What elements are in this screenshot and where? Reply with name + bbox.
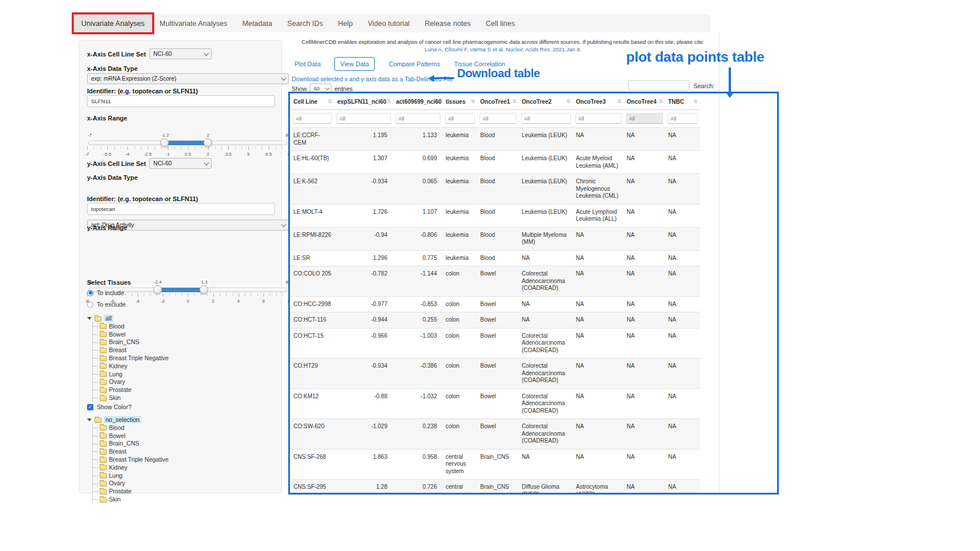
- cell-expslfn11-nci60: -0.88: [334, 388, 393, 419]
- folder-icon: [100, 473, 107, 478]
- tree-node-label: Ovary: [109, 480, 125, 486]
- nav-tab-multivariate-analyses[interactable]: Multivariate Analyses: [152, 14, 235, 32]
- tree-expander-icon[interactable]: [87, 317, 92, 320]
- nav-tab-univariate-analyses[interactable]: Univariate Analyses: [74, 14, 152, 32]
- tree-node-ovary[interactable]: Ovary: [93, 378, 274, 386]
- slider-handle-low[interactable]: [153, 285, 162, 294]
- slider-tick: [141, 146, 141, 149]
- folder-icon: [100, 340, 107, 345]
- tree-root-label: all: [104, 315, 114, 322]
- tree-node-all[interactable]: all: [87, 314, 274, 322]
- y-identifier-input[interactable]: [87, 203, 275, 215]
- y-cell-line-set-select[interactable]: NCI-60: [149, 158, 212, 169]
- folder-icon: [100, 441, 107, 447]
- folder-icon: [95, 316, 101, 322]
- tree-expander-icon[interactable]: [87, 418, 92, 421]
- page-length-select[interactable]: 60: [310, 84, 331, 94]
- x-identifier-input[interactable]: [87, 95, 275, 107]
- tree-node-lung[interactable]: Lung: [93, 370, 274, 378]
- slider-tick-label: -5.5: [103, 152, 111, 157]
- column-header-oncotree4[interactable]: ⇅OncoTree4: [624, 93, 665, 110]
- tree-node-breast[interactable]: Breast: [93, 346, 274, 354]
- tree-node-skin[interactable]: Skin: [93, 394, 274, 402]
- nav-tab-video-tutorial[interactable]: Video tutorial: [360, 14, 417, 32]
- view-tab-plot-data[interactable]: Plot Data: [295, 61, 321, 67]
- cell-tissues: leukemia: [443, 250, 477, 266]
- tissue-tree: allBloodBowelBrain_CNSBreastBreast Tripl…: [87, 314, 274, 402]
- tree-node-no-selection[interactable]: no_selection: [87, 416, 274, 424]
- tree-node-breast-triple-negative[interactable]: Breast Triple Negative: [93, 354, 274, 362]
- tree-node-lung[interactable]: Lung: [93, 471, 274, 480]
- view-tab-compare-patterns[interactable]: Compare Patterns: [389, 61, 440, 67]
- cell-tissues: colon: [443, 358, 477, 389]
- table-search-input[interactable]: [628, 80, 689, 90]
- column-filter-cell-line[interactable]: [293, 113, 332, 124]
- tissues-include-label: To include: [97, 289, 124, 296]
- tree-node-blood[interactable]: Blood: [93, 424, 274, 432]
- cell-tnbc: NA: [665, 312, 700, 329]
- tree-node-brain-cns[interactable]: Brain_CNS: [93, 338, 274, 346]
- cell-expslfn11-nci60: 1.28: [334, 480, 393, 494]
- column-header-oncotree2[interactable]: ⇅OncoTree2: [519, 93, 573, 110]
- nav-tab-search-ids[interactable]: Search IDs: [280, 14, 330, 32]
- column-header-tnbc[interactable]: ⇅TNBC: [665, 93, 700, 110]
- tree-node-bowel[interactable]: Bowel: [93, 432, 274, 440]
- column-filter-tissues[interactable]: [445, 113, 475, 124]
- tree-node-prostate[interactable]: Prostate: [93, 487, 274, 495]
- tree-node-label: Lung: [109, 472, 122, 479]
- chevron-down-icon: [204, 160, 209, 165]
- tree-node-kidney[interactable]: Kidney: [93, 362, 274, 370]
- column-header-oncotree1[interactable]: ⇅OncoTree1: [477, 93, 519, 110]
- column-header-cell-line[interactable]: ⇅Cell Line: [291, 93, 334, 110]
- slider-tick: [221, 146, 222, 149]
- tree-node-breast-triple-negative[interactable]: Breast Triple Negative: [93, 455, 274, 463]
- chevron-down-icon: [281, 76, 286, 80]
- table-row-le-rpmi-8226: LE:RPMI-8226-0.94-0.806leukemiaBloodMult…: [291, 227, 700, 250]
- column-header-tissues[interactable]: ⇅tissues: [443, 93, 477, 110]
- cell-expslfn11-nci60: -0.977: [334, 296, 393, 312]
- column-header-oncotree3[interactable]: ⇅OncoTree3: [573, 93, 624, 110]
- slider-handle-low[interactable]: [160, 138, 169, 147]
- column-filter-tnbc[interactable]: [668, 113, 698, 124]
- cell-cell-line: CO:SW-620: [291, 419, 334, 450]
- nav-tab-release-notes[interactable]: Release notes: [417, 14, 478, 32]
- tree-node-breast[interactable]: Breast: [93, 447, 274, 455]
- x-cell-line-set-select[interactable]: NCI-60: [149, 48, 212, 59]
- column-filter-oncotree3[interactable]: [575, 113, 621, 124]
- column-header-expslfn11-nci60[interactable]: ⇅expSLFN11_nci60: [334, 93, 393, 110]
- show-color-checkbox[interactable]: ✓ Show Color?: [87, 403, 274, 410]
- slider-handle-high[interactable]: [203, 138, 212, 147]
- tree-node-kidney[interactable]: Kidney: [93, 463, 274, 471]
- slider-tick-label: -7: [85, 152, 89, 157]
- slider-tick: [114, 146, 115, 149]
- column-filter-expslfn11-nci60[interactable]: [337, 113, 391, 124]
- nav-tab-cell-lines[interactable]: Cell lines: [478, 14, 523, 32]
- view-tab-view-data[interactable]: View Data: [334, 57, 375, 71]
- column-filter-act609699-nci60[interactable]: [395, 113, 440, 124]
- tree-node-ovary[interactable]: Ovary: [93, 480, 274, 488]
- cell-tissues: colon: [443, 266, 477, 297]
- column-filter-oncotree4[interactable]: [626, 113, 663, 124]
- slider-tick: [276, 293, 277, 296]
- tree-node-label: Kidney: [109, 464, 127, 471]
- cell-cell-line: CO:HCT-15: [291, 328, 334, 358]
- nav-tab-metadata[interactable]: Metadata: [235, 14, 280, 32]
- table-row-co-colo-205: CO:COLO 205-0.782-1.144colonBowelColorec…: [291, 266, 700, 297]
- cell-oncotree1: Blood: [477, 128, 519, 151]
- tree-node-bowel[interactable]: Bowel: [93, 330, 274, 338]
- slider-tick: [195, 146, 195, 149]
- tissues-include-radio[interactable]: To include: [87, 289, 274, 296]
- tree-node-brain-cns[interactable]: Brain_CNS: [93, 440, 274, 448]
- tree-node-blood[interactable]: Blood: [93, 322, 274, 330]
- checkbox-checked-icon: ✓: [87, 404, 93, 410]
- column-filter-oncotree1[interactable]: [480, 113, 517, 124]
- tree-node-prostate[interactable]: Prostate: [93, 386, 274, 394]
- tree-node-skin[interactable]: Skin: [93, 495, 274, 503]
- cell-oncotree3: NA: [573, 388, 624, 419]
- tree-node-label: Kidney: [109, 363, 127, 369]
- column-filter-oncotree2[interactable]: [521, 113, 571, 124]
- column-header-act609699-nci60[interactable]: ⇅act609699_nci60: [393, 93, 443, 110]
- x-data-type-select[interactable]: exp: mRNA Expression (Z-Score): [87, 73, 289, 84]
- nav-tab-help[interactable]: Help: [330, 14, 360, 32]
- tissues-exclude-radio[interactable]: To exclude: [87, 301, 274, 308]
